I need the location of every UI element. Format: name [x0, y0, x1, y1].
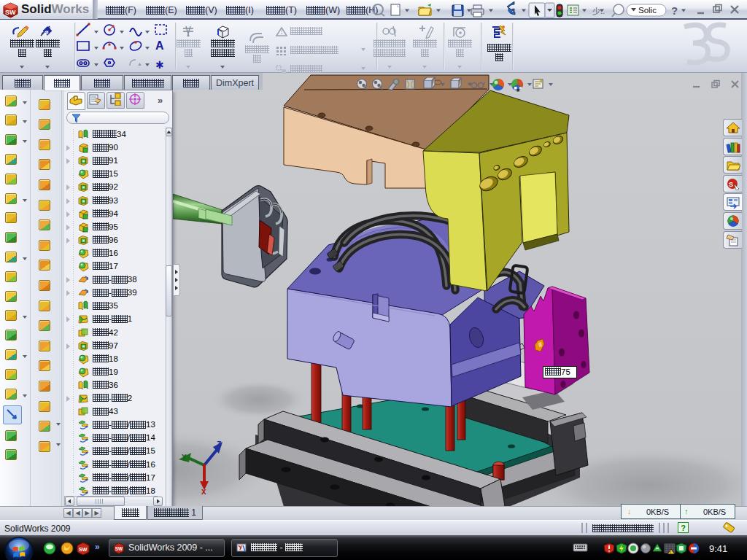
svg-text:SW: SW	[79, 547, 88, 552]
svg-text:SW: SW	[115, 546, 123, 551]
svg-text:!: !	[670, 551, 670, 555]
svg-text:Y: Y	[182, 453, 187, 462]
svg-text:✱: ✱	[155, 59, 164, 71]
svg-text:S: S	[729, 181, 733, 188]
svg-text:A: A	[155, 39, 164, 52]
svg-text:Z: Z	[217, 440, 222, 448]
svg-text:»: »	[95, 542, 100, 552]
svg-text:SW: SW	[5, 9, 16, 16]
svg-text:Solic: Solic	[638, 6, 657, 15]
svg-text:?: ?	[671, 4, 678, 17]
svg-text:少..: 少..	[592, 7, 605, 15]
svg-text:⌀: ⌀	[44, 28, 49, 36]
svg-text:X: X	[201, 488, 206, 497]
